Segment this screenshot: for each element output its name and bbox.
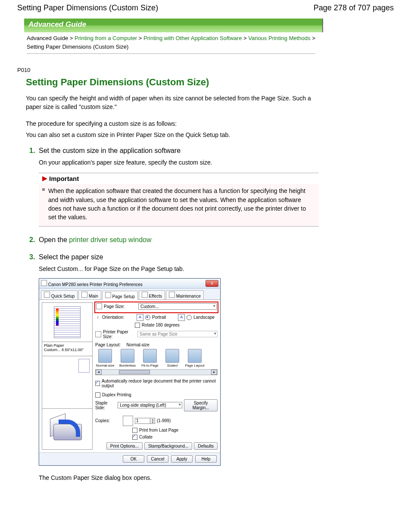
apply-button[interactable]: Apply	[171, 455, 193, 463]
help-button[interactable]: Help	[195, 455, 217, 463]
breadcrumb-link-2[interactable]: Printing with Other Application Software	[143, 35, 242, 41]
breadcrumb-sep: >	[139, 35, 142, 41]
printer-icon	[41, 280, 47, 286]
layout-label: Borderless	[119, 364, 136, 367]
quick-setup-icon	[44, 292, 50, 298]
tab-label: Page Setup	[112, 294, 135, 299]
intro-para-1: You can specify the height and width of …	[26, 94, 319, 112]
breadcrumb-current: Setting Paper Dimensions (Custom Size)	[27, 44, 128, 50]
copies-input[interactable]	[135, 418, 150, 424]
layout-fit[interactable]: Fit-to-Page	[140, 349, 160, 367]
breadcrumb-link-0[interactable]: Advanced Guide	[27, 35, 68, 41]
step-title: Open the printer driver setup window	[39, 236, 319, 244]
page-counter: Page 278 of 707 pages	[314, 3, 394, 12]
tab-label: Quick Setup	[51, 294, 75, 299]
step-title: Select the paper size	[39, 253, 319, 261]
collate-checkbox[interactable]	[132, 435, 137, 440]
layout-options: Normal-size Borderless Fit-to-Page Scale…	[95, 349, 218, 367]
maintenance-icon	[169, 292, 175, 298]
breadcrumb: Advanced Guide > Printing from a Compute…	[27, 34, 315, 54]
printer-paper-size-dropdown[interactable]: Same as Page Size	[137, 331, 218, 337]
tab-label: Effects	[149, 294, 162, 299]
specify-margin-button[interactable]: Specify Margin...	[184, 399, 218, 411]
rotate-label: Rotate 180 degrees	[142, 323, 180, 327]
bullet-icon	[42, 188, 45, 191]
copies-icon	[123, 416, 133, 426]
page-icon	[78, 359, 90, 373]
step-body: Select Custom... for Page Size on the Pa…	[39, 264, 319, 273]
auto-reduce-label: Automatically reduce large document that…	[102, 379, 218, 388]
effects-icon	[142, 292, 148, 298]
landscape-radio[interactable]	[187, 315, 192, 320]
paper-type-label: Plain Paper	[44, 343, 90, 348]
breadcrumb-sep: >	[243, 35, 247, 41]
layout-label: Page Layout	[185, 364, 205, 367]
printer-paper-size-label: Printer Paper Size:	[103, 330, 136, 339]
step-number: 2.	[29, 236, 35, 244]
article-title: Setting Paper Dimensions (Custom Size)	[26, 77, 319, 88]
print-options-button[interactable]: Print Options...	[106, 442, 143, 450]
step-title-pre: Open the	[39, 236, 69, 243]
dialog-title: Canon MP280 series Printer Printing Pref…	[48, 282, 143, 287]
printer-driver-link[interactable]: printer driver setup window	[69, 236, 151, 243]
ok-button[interactable]: OK	[123, 455, 144, 463]
orientation-label: Orientation:	[102, 315, 135, 320]
tab-quick-setup[interactable]: Quick Setup	[41, 290, 78, 299]
duplex-label: Duplex Printing	[102, 392, 131, 397]
portrait-label: Portrait	[152, 315, 166, 320]
tab-main[interactable]: Main	[78, 290, 101, 299]
step-title: Set the custom size in the application s…	[39, 147, 319, 155]
spin-down[interactable]: ▾	[150, 421, 155, 423]
collate-label: Collate	[139, 435, 153, 439]
step-number: 1.	[29, 147, 35, 155]
tab-effects[interactable]: Effects	[139, 290, 165, 299]
landscape-label: Landscape	[193, 315, 215, 320]
printer-paper-icon	[95, 331, 101, 337]
staple-dropdown[interactable]: Long-side stapling (Left)	[118, 402, 182, 408]
copies-range: (1-999)	[157, 418, 171, 423]
close-button[interactable]: X	[206, 280, 218, 287]
preview-pane: Plain Paper Custom... 8.50"x11.00"	[42, 302, 93, 450]
printer-illustration	[50, 416, 84, 442]
cancel-button[interactable]: Cancel	[147, 455, 168, 463]
portrait-radio[interactable]	[145, 315, 150, 320]
print-preferences-dialog: Canon MP280 series Printer Printing Pref…	[39, 278, 221, 466]
paper-size-label: Custom... 8.50"x11.00"	[44, 348, 90, 352]
layout-label: Normal-size	[96, 364, 115, 367]
auto-reduce-checkbox[interactable]	[95, 381, 100, 386]
rotate-checkbox[interactable]	[135, 323, 140, 328]
from-last-label: Print from Last Page	[139, 428, 178, 432]
tab-page-setup[interactable]: Page Setup	[102, 291, 138, 300]
breadcrumb-link-3[interactable]: Various Printing Methods	[248, 35, 310, 41]
layout-pagelayout[interactable]: Page Layout	[185, 349, 205, 367]
article-code: P010	[17, 67, 411, 73]
breadcrumb-sep: >	[70, 35, 73, 41]
defaults-button[interactable]: Defaults	[194, 442, 218, 450]
flag-icon	[42, 176, 47, 181]
page-size-dropdown[interactable]: Custom...	[138, 303, 217, 310]
page-setup-icon	[105, 292, 111, 298]
breadcrumb-sep: >	[312, 35, 315, 41]
duplex-checkbox[interactable]	[95, 392, 100, 398]
page-title: Setting Paper Dimensions (Custom Size)	[17, 3, 158, 12]
layout-label: Fit-to-Page	[141, 364, 159, 367]
page-size-label: Page Size:	[104, 304, 137, 309]
orientation-icon: ↕	[95, 315, 100, 320]
layout-normal[interactable]: Normal-size	[95, 349, 115, 367]
staple-label: Staple Side:	[95, 401, 116, 410]
tab-maintenance[interactable]: Maintenance	[166, 290, 204, 299]
from-last-checkbox[interactable]	[132, 428, 137, 433]
landscape-a-icon: A	[178, 314, 185, 321]
stamp-background-button[interactable]: Stamp/Background...	[144, 442, 192, 450]
copies-spinner[interactable]: ▴▾	[135, 418, 155, 424]
page-layout-value: Normal-size	[127, 342, 149, 347]
step-after-text: The Custom Paper Size dialog box opens.	[39, 473, 319, 482]
layout-scrollbar[interactable]: ◂▸	[95, 369, 218, 375]
page-layout-label: Page Layout:	[95, 342, 121, 347]
breadcrumb-link-1[interactable]: Printing from a Computer	[75, 35, 137, 41]
intro-para-3: You can also set a custom size in Printe…	[26, 131, 319, 139]
layout-borderless[interactable]: Borderless	[118, 349, 137, 367]
layout-label: Scaled	[167, 364, 177, 367]
layout-scaled[interactable]: Scaled	[162, 349, 182, 367]
copies-label: Copies:	[95, 418, 121, 423]
